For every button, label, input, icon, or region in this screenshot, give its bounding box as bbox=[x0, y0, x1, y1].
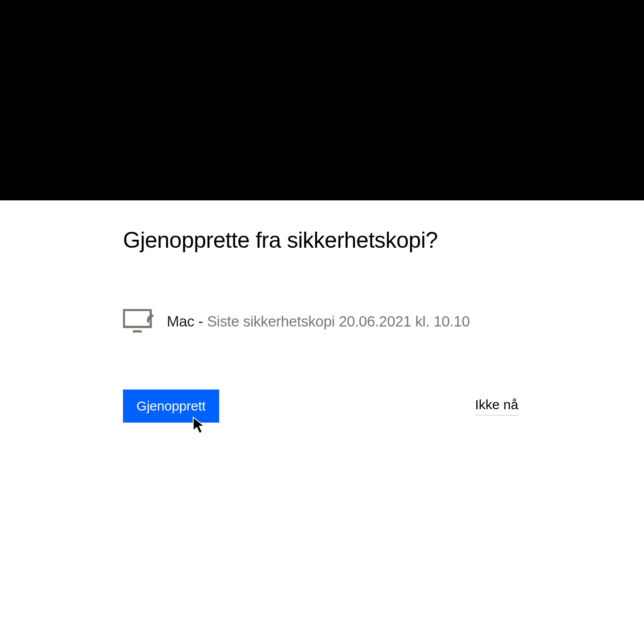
top-black-bar bbox=[0, 0, 644, 200]
svg-point-2 bbox=[147, 321, 149, 323]
separator: - bbox=[194, 313, 207, 330]
svg-rect-0 bbox=[124, 310, 151, 327]
backup-info-text: Mac - Siste sikkerhetskopi 20.06.2021 kl… bbox=[167, 313, 470, 330]
backup-info-row: Mac - Siste sikkerhetskopi 20.06.2021 kl… bbox=[123, 309, 521, 334]
action-buttons-row: Gjenopprett Ikke nå bbox=[123, 390, 518, 423]
dialog-title: Gjenopprette fra sikkerhetskopi? bbox=[123, 227, 521, 253]
monitor-restore-icon bbox=[123, 309, 153, 334]
backup-timestamp: Siste sikkerhetskopi 20.06.2021 kl. 10.1… bbox=[207, 313, 470, 330]
dialog-content: Gjenopprette fra sikkerhetskopi? Mac - S… bbox=[0, 200, 644, 423]
not-now-link[interactable]: Ikke nå bbox=[475, 397, 518, 415]
restore-button[interactable]: Gjenopprett bbox=[123, 390, 219, 423]
device-name: Mac bbox=[167, 313, 194, 330]
